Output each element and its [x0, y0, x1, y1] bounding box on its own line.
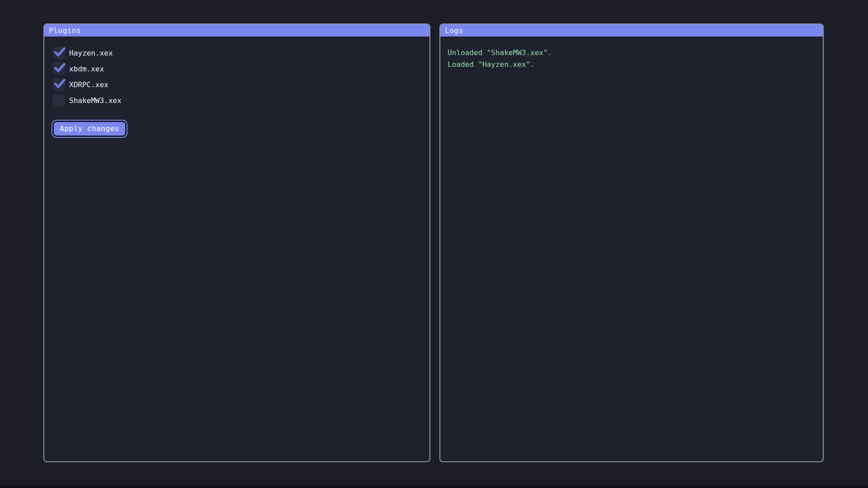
checkbox-checked[interactable] — [52, 62, 65, 75]
plugin-label: XDRPC.xex — [69, 80, 108, 89]
bottom-edge-strip — [0, 486, 868, 488]
plugin-label: xbdm.xex — [69, 65, 104, 73]
plugins-panel-header: Plugins — [44, 24, 429, 37]
plugins-panel: Plugins Hayzen.xexxbdm.xexXDRPC.xexShake… — [43, 23, 430, 462]
plugin-row: ShakeMW3.xex — [52, 94, 421, 107]
log-list: Unloaded "ShakeMW3.xex".Loaded "Hayzen.x… — [448, 47, 816, 70]
log-output: Unloaded "ShakeMW3.xex".Loaded "Hayzen.x… — [440, 37, 823, 81]
logs-panel: Logs Unloaded "ShakeMW3.xex".Loaded "Hay… — [439, 23, 824, 462]
plugin-list: Hayzen.xexxbdm.xexXDRPC.xexShakeMW3.xex — [52, 47, 421, 107]
plugin-label: ShakeMW3.xex — [69, 96, 122, 105]
apply-changes-button[interactable]: Apply changes — [52, 121, 127, 137]
checkmark-icon — [53, 76, 66, 90]
checkmark-icon — [53, 61, 66, 74]
log-line: Unloaded "ShakeMW3.xex". — [448, 47, 816, 59]
plugin-label: Hayzen.xex — [69, 49, 113, 57]
checkbox-checked[interactable] — [52, 78, 65, 91]
plugin-row: XDRPC.xex — [52, 78, 421, 91]
log-line: Loaded "Hayzen.xex". — [448, 59, 816, 70]
plugin-row: Hayzen.xex — [52, 47, 421, 59]
checkbox-checked[interactable] — [52, 47, 65, 59]
checkmark-icon — [53, 45, 66, 58]
plugin-row: xbdm.xex — [52, 62, 421, 75]
logs-panel-header: Logs — [440, 24, 823, 37]
checkbox-unchecked[interactable] — [52, 94, 65, 107]
